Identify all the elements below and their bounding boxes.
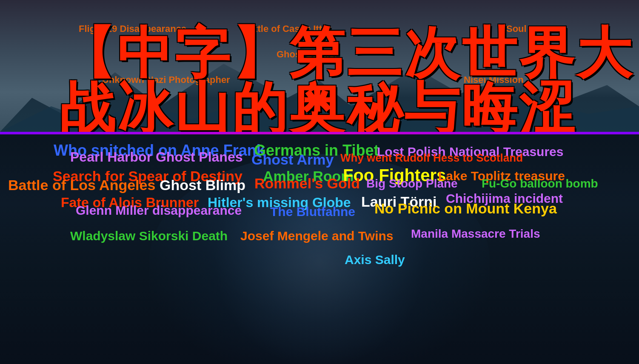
topic-battle-la[interactable]: Battle of Los Angeles [8, 177, 155, 193]
topic-ghost-army[interactable]: Ghost Army [251, 151, 334, 168]
topic-mengele[interactable]: Josef Mengele and Twins [240, 229, 394, 243]
topic-big-stoop[interactable]: Big Stoop Plane [366, 177, 458, 191]
chinese-title-line1: 【中字】第三次世界大 [60, 26, 634, 81]
topic-ghost-blimp[interactable]: Ghost Blimp [160, 177, 245, 193]
topic-mount-kenya[interactable]: No Picnic on Mount Kenya [374, 200, 557, 217]
below-water-section: Pearl Harbor Ghost Planes Ghost Army Why… [0, 134, 639, 364]
topic-pearl-harbor[interactable]: Pearl Harbor Ghost Planes [70, 149, 242, 165]
chinese-title-line2: 战冰山的奥秘与晦涩 [60, 81, 634, 132]
above-water-section: Flight 19 Disappearance Battle of Castle… [0, 0, 639, 132]
topic-rommels-gold[interactable]: Rommel's Gold [254, 175, 360, 192]
topic-glenn-miller[interactable]: Glenn Miller disappearance [76, 203, 242, 218]
topic-sikorski[interactable]: Wladyslaw Sikorski Death [70, 229, 228, 243]
topic-rudolf-hess[interactable]: Why went Rudolf Hess to Scotland [340, 151, 523, 165]
chinese-title: 【中字】第三次世界大 战冰山的奥秘与晦涩 [60, 26, 634, 132]
topic-axis-sally[interactable]: Axis Sally [345, 253, 405, 267]
topic-manila-massacre[interactable]: Manila Massacre Trials [411, 227, 540, 241]
water-line-divider [0, 132, 639, 134]
topic-blutfahne[interactable]: The Blutfahne [270, 205, 355, 219]
topic-fugo-balloon[interactable]: Fu-Go balloon bomb [482, 177, 598, 191]
